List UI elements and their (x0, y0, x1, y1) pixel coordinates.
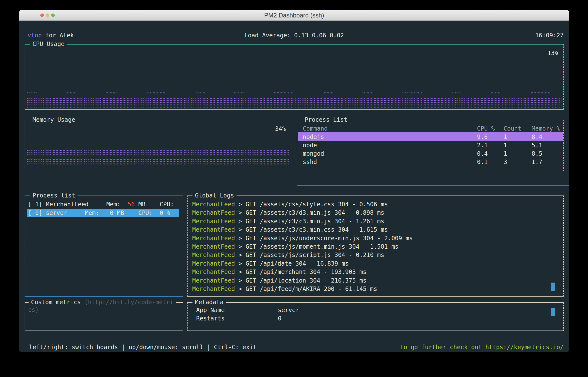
col-header-cpu: CPU % (477, 124, 495, 133)
load-average: Load Average: 0.13 0.06 0.02 (19, 31, 569, 40)
memory-graph-band-1 (27, 150, 289, 156)
log-message: > GET /assets/css/style.css 304 - 0.506 … (235, 201, 388, 208)
process-cpu: 2.1 (477, 141, 488, 150)
process-command[interactable]: nodejs (303, 133, 324, 141)
custom-metrics-title: Custom metrics (http://bit.ly/code-metri (29, 298, 176, 306)
window-titlebar[interactable]: PM2 Dashboard (ssh) (19, 10, 569, 21)
metadata-label: App Name (196, 306, 225, 314)
log-line: MerchantFeed > GET /assets/js/moment.min… (192, 242, 398, 251)
cpu-usage-value: 13% (548, 49, 558, 57)
metadata-value: 0 (278, 314, 281, 323)
cpu-graph-dense-dots (27, 98, 562, 108)
process-list-title: Process List (302, 116, 350, 124)
keyboard-help-text: left/right: switch boards | up/down/mous… (29, 343, 257, 351)
pm2-row1-text-suffix: MB CPU: (135, 201, 174, 208)
metadata-panel: Metadata App Name server Restarts 0 (187, 302, 564, 331)
col-header-command: Command (303, 124, 328, 133)
log-line: MerchantFeed > GET /api/date 304 - 16.83… (192, 259, 349, 268)
log-message: > GET /assets/js/moment.min.js 304 - 1.5… (235, 243, 398, 250)
metadata-label: Restarts (196, 314, 225, 323)
process-memory: 1.7 (532, 158, 542, 166)
process-command[interactable]: mongod (303, 150, 324, 158)
metadata-scrollbar-thumb[interactable] (551, 308, 555, 316)
logs-scrollbar-thumb[interactable] (551, 283, 555, 291)
cpu-usage-title: CPU Usage (30, 40, 67, 48)
log-line: MerchantFeed > GET /api/feed/m/AKIRA 200… (192, 285, 377, 293)
process-count: 3 (504, 158, 507, 166)
clock: 16:09:27 (535, 31, 564, 40)
pm2-process-row-selected[interactable]: [ 0] server Mem: 0 MB CPU: 0 % (28, 209, 170, 217)
metadata-title: Metadata (192, 298, 226, 306)
process-cpu: 9.6 (477, 133, 488, 141)
custom-metrics-panel: Custom metrics (http://bit.ly/code-metri… (25, 302, 183, 331)
memory-usage-panel: Memory Usage 34% (25, 120, 291, 170)
process-command[interactable]: sshd (303, 158, 317, 166)
window-title: PM2 Dashboard (ssh) (19, 10, 569, 21)
global-logs-title: Global Logs (192, 191, 237, 200)
log-line: MerchantFeed > GET /api/location 304 - 2… (192, 276, 366, 285)
pm2-row1-text: [ 1] MerchantFeed Mem: (28, 201, 128, 208)
process-memory: 8.5 (532, 150, 542, 158)
pm2-process-list-panel: Process list [ 1] MerchantFeed Mem: 56 M… (25, 196, 183, 297)
log-line: MerchantFeed > GET /api/merchant 304 - 1… (192, 268, 366, 276)
log-line: MerchantFeed > GET /assets/js/underscore… (192, 234, 413, 242)
process-memory: 8.4 (532, 133, 542, 141)
log-line: MerchantFeed > GET /assets/c3/c3.min.css… (192, 226, 388, 234)
log-app-name: MerchantFeed (192, 235, 235, 242)
log-line: MerchantFeed > GET /assets/js/script.js … (192, 251, 384, 259)
log-line: MerchantFeed > GET /assets/css/style.css… (192, 200, 388, 209)
log-app-name: MerchantFeed (192, 243, 235, 250)
system-process-list-panel: Process List Command CPU % Count Memory … (297, 120, 564, 171)
process-count: 1 (504, 150, 507, 158)
pm2-row1-mem-value: 56 (128, 201, 135, 208)
log-message: > GET /assets/c3/c3.min.js 304 - 1.261 m… (235, 218, 384, 225)
process-memory: 5.1 (532, 141, 542, 150)
log-app-name: MerchantFeed (192, 209, 235, 216)
global-logs-panel[interactable]: Global Logs MerchantFeed > GET /assets/c… (187, 196, 564, 297)
log-app-name: MerchantFeed (192, 260, 235, 267)
log-message: > GET /assets/js/script.js 304 - 0.210 m… (235, 252, 384, 258)
log-message: > GET /assets/c3/d3.min.js 304 - 0.898 m… (235, 209, 384, 216)
log-app-name: MerchantFeed (192, 286, 235, 292)
memory-usage-title: Memory Usage (30, 116, 78, 124)
log-message: > GET /assets/c3/c3.min.css 304 - 1.615 … (235, 226, 388, 233)
log-line: MerchantFeed > GET /assets/c3/c3.min.js … (192, 217, 384, 226)
process-cpu: 0.4 (477, 150, 488, 158)
log-message: > GET /api/date 304 - 16.839 ms (235, 260, 349, 267)
cpu-usage-panel: CPU Usage 13% (25, 44, 564, 110)
log-message: > GET /api/feed/m/AKIRA 200 - 61.145 ms (235, 286, 377, 292)
custom-metrics-url: (http://bit.ly/code-metri (84, 299, 173, 306)
metadata-value: server (278, 306, 299, 314)
log-app-name: MerchantFeed (192, 252, 235, 258)
col-header-memory: Memory % (532, 124, 560, 133)
log-app-name: MerchantFeed (192, 201, 235, 208)
log-app-name: MerchantFeed (192, 277, 235, 284)
log-app-name: MerchantFeed (192, 269, 235, 275)
log-app-name: MerchantFeed (192, 226, 235, 233)
cpu-graph-sparse-dots (27, 92, 562, 95)
board-divider-line (297, 185, 569, 186)
pm2-process-row[interactable]: [ 1] MerchantFeed Mem: 56 MB CPU: (28, 200, 174, 209)
memory-usage-value: 34% (275, 125, 286, 133)
memory-graph-band-2 (27, 159, 289, 166)
custom-metrics-title-text: Custom metrics (31, 299, 84, 306)
col-header-count: Count (504, 124, 521, 133)
log-message: > GET /assets/js/underscore-min.js 304 -… (235, 235, 413, 242)
process-cpu: 0.1 (477, 158, 488, 166)
terminal-content: vtop for Alek Load Average: 0.13 0.06 0.… (19, 21, 569, 352)
selected-process-highlight[interactable] (298, 132, 563, 141)
log-line: MerchantFeed > GET /assets/c3/d3.min.js … (192, 209, 384, 217)
keymetrics-promo-link[interactable]: To go further check out https://keymetri… (400, 343, 564, 351)
log-message: > GET /api/merchant 304 - 193.903 ms (235, 269, 366, 275)
log-message: > GET /api/location 304 - 210.375 ms (235, 277, 366, 284)
process-count: 1 (504, 133, 507, 141)
process-count: 1 (504, 141, 507, 150)
process-command[interactable]: node (303, 141, 317, 150)
custom-metrics-url-wrap: cs) (28, 306, 39, 314)
terminal-window: PM2 Dashboard (ssh) vtop for Alek Load A… (19, 10, 569, 352)
pm2-process-list-title: Process list (30, 191, 78, 200)
log-app-name: MerchantFeed (192, 218, 235, 225)
